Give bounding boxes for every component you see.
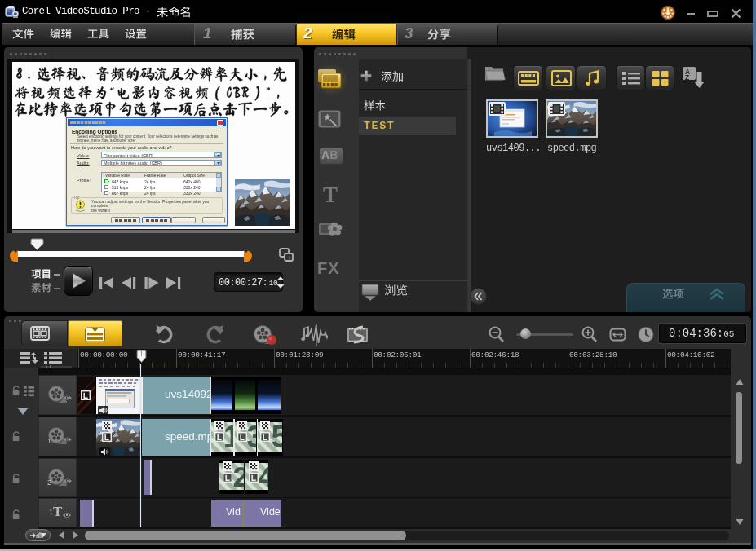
svg-text:1: 1 [223,419,233,454]
svg-text:5: 5 [272,419,283,454]
svg-text:1: 1 [47,437,51,445]
svg-text:3: 3 [246,419,256,454]
svg-text:Z: Z [685,73,689,82]
svg-text:4: 4 [258,461,268,493]
svg-text:2: 2 [47,478,51,487]
svg-text:2: 2 [233,461,245,493]
